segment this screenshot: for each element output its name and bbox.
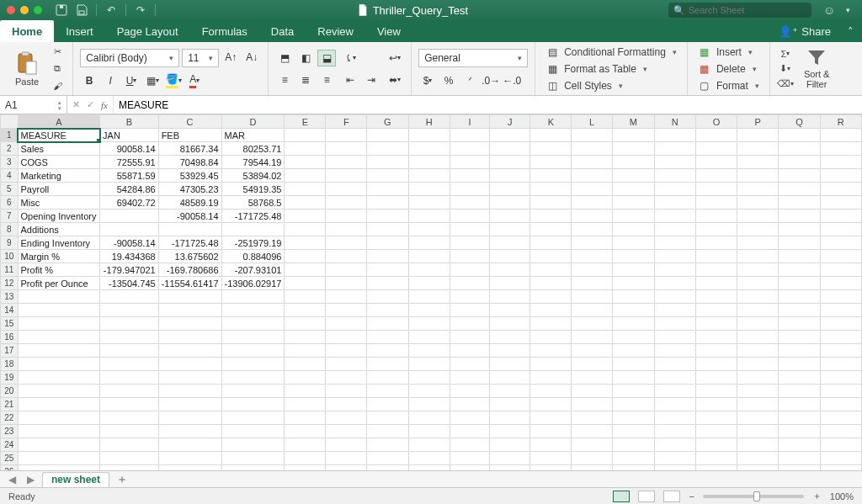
increase-indent-icon[interactable]: ⇥ <box>362 72 380 88</box>
cell[interactable] <box>100 344 159 358</box>
cell[interactable] <box>737 317 779 331</box>
cell[interactable] <box>18 411 100 425</box>
close-window-icon[interactable] <box>7 6 15 14</box>
cell[interactable] <box>450 277 489 290</box>
cell[interactable] <box>779 277 820 290</box>
cell[interactable] <box>221 425 285 438</box>
cell[interactable] <box>695 344 737 358</box>
cell[interactable] <box>450 250 489 263</box>
cell[interactable] <box>408 358 450 371</box>
window-controls[interactable] <box>7 6 42 14</box>
row-header[interactable]: 14 <box>1 304 19 317</box>
cell[interactable] <box>100 385 159 398</box>
cell[interactable]: Additions <box>18 223 100 236</box>
cell[interactable] <box>450 371 489 385</box>
cell[interactable] <box>450 169 489 183</box>
search-sheet[interactable]: 🔍 <box>668 3 811 18</box>
cell[interactable] <box>737 236 779 250</box>
cell[interactable] <box>530 183 572 196</box>
cell[interactable] <box>820 317 861 331</box>
cell[interactable] <box>285 425 326 438</box>
cell[interactable] <box>408 169 450 183</box>
cell[interactable] <box>18 438 100 452</box>
cell[interactable] <box>737 344 779 358</box>
cell[interactable] <box>820 385 861 398</box>
cell[interactable] <box>367 398 408 411</box>
column-header[interactable]: P <box>737 115 779 129</box>
cell[interactable]: 53929.45 <box>158 169 221 183</box>
cell[interactable] <box>612 236 654 250</box>
cell[interactable] <box>367 263 408 277</box>
cell[interactable] <box>530 438 572 452</box>
cell[interactable] <box>572 358 613 371</box>
cell[interactable] <box>158 223 221 236</box>
cell[interactable] <box>820 425 861 438</box>
cell[interactable] <box>695 142 737 156</box>
prev-sheet-icon[interactable]: ◀ <box>5 474 19 485</box>
cell[interactable] <box>490 304 530 317</box>
cell[interactable] <box>572 290 613 304</box>
cell[interactable] <box>779 425 820 438</box>
cell[interactable] <box>326 263 367 277</box>
column-header[interactable]: C <box>158 115 221 129</box>
cell[interactable] <box>367 317 408 331</box>
cell[interactable] <box>612 183 654 196</box>
cell[interactable] <box>367 304 408 317</box>
cell[interactable] <box>612 425 654 438</box>
cell[interactable] <box>408 371 450 385</box>
cell[interactable] <box>408 398 450 411</box>
cell[interactable] <box>408 156 450 169</box>
cell[interactable] <box>695 183 737 196</box>
zoom-level[interactable]: 100% <box>830 491 854 501</box>
column-header[interactable]: N <box>654 115 695 129</box>
cell[interactable] <box>737 156 779 169</box>
cell[interactable] <box>450 263 489 277</box>
cell[interactable] <box>695 223 737 236</box>
cell[interactable] <box>572 317 613 331</box>
cell[interactable] <box>695 398 737 411</box>
cell[interactable] <box>695 277 737 290</box>
cell[interactable] <box>654 156 695 169</box>
add-sheet-icon[interactable]: ＋ <box>114 472 130 487</box>
cell[interactable] <box>326 223 367 236</box>
cell[interactable] <box>612 277 654 290</box>
cell[interactable] <box>326 210 367 223</box>
cell[interactable] <box>490 452 530 465</box>
feedback-icon[interactable]: ☺ <box>823 3 835 17</box>
cell[interactable] <box>18 425 100 438</box>
cell[interactable] <box>572 169 613 183</box>
cell[interactable] <box>450 438 489 452</box>
fx-icon[interactable]: fx <box>101 100 108 110</box>
autosum-icon[interactable]: Σ▾ <box>777 47 794 61</box>
cell[interactable] <box>779 385 820 398</box>
cell[interactable] <box>221 304 285 317</box>
name-box-stepper-icon[interactable]: ▴▾ <box>58 99 61 111</box>
zoom-out-icon[interactable]: − <box>689 491 694 501</box>
cell[interactable] <box>737 196 779 210</box>
cell[interactable] <box>695 331 737 344</box>
cell[interactable] <box>612 196 654 210</box>
borders-button[interactable]: ▦▾ <box>143 72 162 89</box>
cell[interactable] <box>612 263 654 277</box>
font-name-select[interactable]: Calibri (Body) <box>80 49 179 67</box>
cell[interactable] <box>530 277 572 290</box>
align-left-icon[interactable]: ≡ <box>275 72 294 88</box>
merge-cells-icon[interactable]: ⬌▾ <box>386 72 404 88</box>
cell[interactable] <box>820 210 861 223</box>
chevron-down-icon[interactable]: ▾ <box>840 3 855 18</box>
cell[interactable] <box>572 142 613 156</box>
cell[interactable] <box>367 250 408 263</box>
cell[interactable] <box>490 250 530 263</box>
cell[interactable] <box>737 169 779 183</box>
cell[interactable] <box>695 290 737 304</box>
cell[interactable] <box>572 331 613 344</box>
cell[interactable] <box>572 438 613 452</box>
zoom-window-icon[interactable] <box>34 6 42 14</box>
cell[interactable] <box>530 411 572 425</box>
cell[interactable] <box>285 304 326 317</box>
zoom-in-icon[interactable]: ＋ <box>812 490 822 502</box>
align-middle-icon[interactable]: ◧ <box>296 50 315 66</box>
cell[interactable] <box>326 129 367 142</box>
cell[interactable] <box>530 304 572 317</box>
cell[interactable] <box>654 331 695 344</box>
